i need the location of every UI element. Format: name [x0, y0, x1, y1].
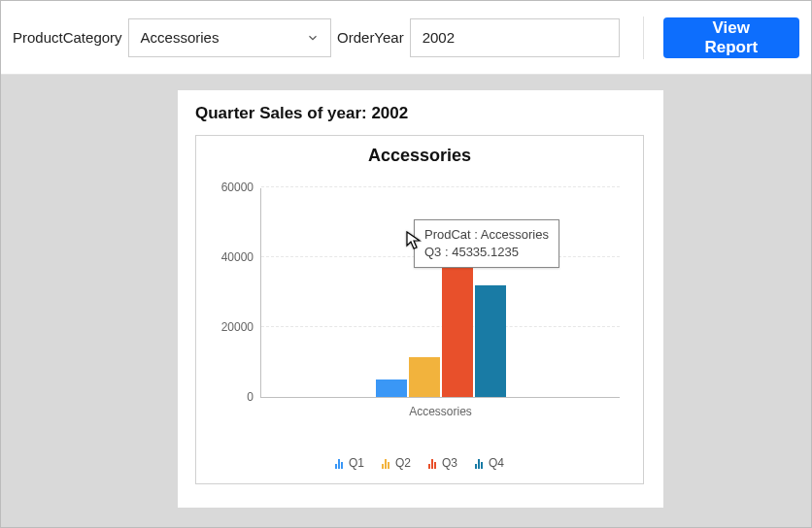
y-tick-label: 60000	[221, 181, 254, 194]
orderyear-param-label: OrderYear	[337, 29, 404, 46]
orderyear-input[interactable]	[410, 18, 620, 57]
legend-item[interactable]: Q4	[475, 456, 504, 470]
chart-legend: Q1Q2Q3Q4	[196, 456, 643, 470]
bar-chart-icon	[475, 457, 483, 469]
legend-item[interactable]: Q2	[382, 456, 411, 470]
legend-item[interactable]: Q3	[428, 456, 457, 470]
tooltip-line: ProdCat : Accessories	[424, 226, 549, 244]
legend-label: Q3	[442, 456, 457, 470]
chart-bar[interactable]	[475, 285, 506, 397]
chart-bar[interactable]	[409, 357, 440, 397]
y-tick-label: 40000	[221, 250, 254, 264]
chart-card: Accessories Accessories 0200004000060000…	[195, 135, 644, 484]
y-tick-label: 0	[247, 390, 254, 404]
bar-chart-icon	[382, 457, 389, 469]
chart-bar[interactable]	[376, 380, 407, 397]
tooltip-line: Q3 : 45335.1235	[424, 244, 549, 261]
category-select-value: Accessories	[129, 29, 295, 46]
chevron-down-icon	[295, 31, 330, 45]
report-panel: Quarter Sales of year: 2002 Accessories …	[178, 90, 663, 508]
legend-label: Q4	[489, 456, 504, 470]
category-select[interactable]: Accessories	[128, 18, 331, 57]
view-report-button[interactable]: View Report	[663, 17, 799, 58]
legend-label: Q2	[395, 456, 411, 470]
page-title: Quarter Sales of year: 2002	[195, 104, 646, 123]
y-tick-label: 20000	[221, 320, 254, 334]
legend-item[interactable]: Q1	[335, 456, 364, 470]
category-param-label: ProductCategory	[13, 29, 122, 46]
toolbar-divider	[643, 16, 644, 59]
parameters-toolbar: ProductCategory Accessories OrderYear Vi…	[1, 1, 811, 75]
legend-label: Q1	[349, 456, 364, 470]
x-axis-label: Accessories	[409, 405, 472, 418]
chart-tooltip: ProdCat : Accessories Q3 : 45335.1235	[414, 219, 559, 268]
chart-title: Accessories	[196, 146, 643, 166]
bar-chart-icon	[335, 457, 343, 469]
bar-chart-icon	[428, 457, 436, 469]
